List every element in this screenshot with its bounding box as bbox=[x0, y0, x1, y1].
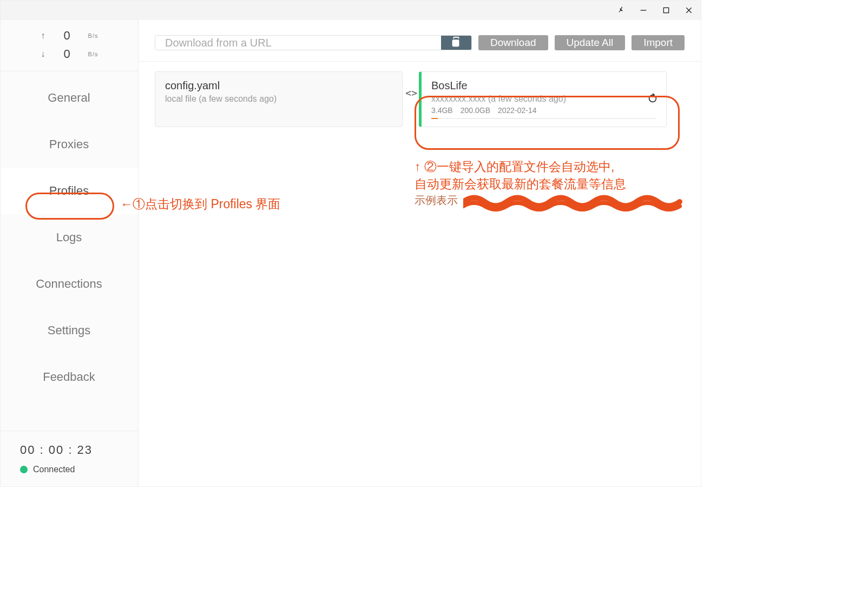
speed-indicator: ↑ 0 B/s ↓ 0 B/s bbox=[1, 20, 138, 71]
svg-rect-1 bbox=[663, 8, 668, 12]
download-button[interactable]: Download bbox=[478, 35, 548, 50]
arrow-up-icon: ↑ bbox=[41, 31, 46, 41]
uptime: 00 : 00 : 23 bbox=[20, 443, 129, 457]
usage-progress-fill bbox=[431, 118, 438, 119]
pin-icon[interactable] bbox=[614, 4, 627, 17]
download-unit: B/s bbox=[88, 51, 98, 57]
nav-proxies[interactable]: Proxies bbox=[1, 121, 138, 168]
maximize-button[interactable] bbox=[660, 4, 673, 17]
main-panel: Download Update All Import config.yaml l… bbox=[139, 20, 701, 486]
titlebar bbox=[1, 1, 701, 20]
upload-speed: ↑ 0 B/s bbox=[1, 27, 138, 45]
profile-host: xxxxxxxx.xxxx bbox=[431, 94, 485, 103]
url-input-group bbox=[155, 35, 472, 50]
refresh-icon bbox=[647, 97, 659, 106]
profile-subtitle: xxxxxxxx.xxxx (a few seconds ago) bbox=[431, 94, 656, 104]
url-input[interactable] bbox=[155, 36, 441, 50]
profile-stats: 3.4GB 200.0GB 2022-02-14 bbox=[431, 106, 656, 115]
sidebar: ↑ 0 B/s ↓ 0 B/s General Proxies Profiles… bbox=[1, 20, 139, 486]
total-value: 200.0GB bbox=[461, 106, 490, 115]
update-all-button[interactable]: Update All bbox=[555, 35, 626, 50]
upload-unit: B/s bbox=[88, 32, 98, 39]
nav: General Proxies Profiles Logs Connection… bbox=[1, 71, 138, 431]
status-panel: 00 : 00 : 23 Connected bbox=[1, 431, 138, 486]
refresh-button[interactable] bbox=[647, 92, 659, 107]
profile-title: config.yaml bbox=[165, 80, 392, 92]
annotation-scribble bbox=[463, 191, 691, 213]
expiry-value: 2022-02-14 bbox=[498, 106, 537, 115]
profile-time: (a few seconds ago) bbox=[488, 94, 566, 103]
nav-logs[interactable]: Logs bbox=[1, 214, 138, 261]
download-value: 0 bbox=[59, 47, 75, 61]
code-icon[interactable]: <> bbox=[405, 87, 417, 98]
nav-general[interactable]: General bbox=[1, 75, 138, 121]
paste-button[interactable] bbox=[441, 36, 471, 50]
close-button[interactable] bbox=[682, 4, 695, 17]
paste-icon bbox=[450, 36, 462, 50]
profile-card-remote[interactable]: BosLife xxxxxxxx.xxxx (a few seconds ago… bbox=[419, 71, 667, 127]
minimize-button[interactable] bbox=[637, 4, 650, 17]
import-button[interactable]: Import bbox=[632, 35, 685, 50]
nav-settings[interactable]: Settings bbox=[1, 307, 138, 354]
usage-progress bbox=[431, 118, 656, 119]
connection-status: Connected bbox=[20, 465, 129, 474]
status-dot-icon bbox=[20, 466, 28, 473]
annotation-text-2-line1: ↑ ②一键导入的配置文件会自动选中, bbox=[415, 158, 696, 175]
upload-value: 0 bbox=[59, 29, 75, 43]
annotation-text-2-line3: 示例表示 bbox=[415, 193, 458, 208]
arrow-down-icon: ↓ bbox=[41, 49, 46, 59]
profiles-list: config.yaml local file (a few seconds ag… bbox=[139, 62, 701, 127]
toolbar: Download Update All Import bbox=[139, 20, 701, 62]
annotation-text-2-line2: 自动更新会获取最新的套餐流量等信息 bbox=[415, 176, 701, 193]
profile-title: BosLife bbox=[431, 80, 656, 92]
download-speed: ↓ 0 B/s bbox=[1, 45, 138, 63]
svg-rect-0 bbox=[641, 10, 647, 10]
nav-feedback[interactable]: Feedback bbox=[1, 354, 138, 400]
nav-profiles[interactable]: Profiles bbox=[1, 168, 138, 214]
profile-card-local[interactable]: config.yaml local file (a few seconds ag… bbox=[155, 71, 403, 127]
nav-connections[interactable]: Connections bbox=[1, 261, 138, 307]
profile-subtitle: local file (a few seconds ago) bbox=[165, 94, 392, 104]
app-window: ↑ 0 B/s ↓ 0 B/s General Proxies Profiles… bbox=[0, 0, 701, 487]
used-value: 3.4GB bbox=[431, 106, 453, 115]
status-label: Connected bbox=[33, 465, 75, 474]
